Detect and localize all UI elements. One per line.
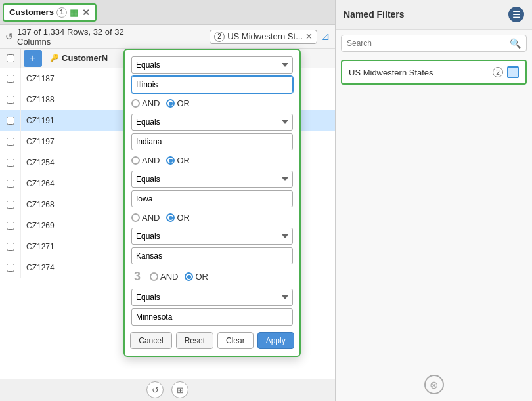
customers-tab-label: Customers xyxy=(9,7,54,17)
filter-chip-label: US Midwestern St... xyxy=(227,32,303,41)
row-info: 137 of 1,334 Rows, 32 of 32 Columns xyxy=(17,27,206,47)
filter-value-4[interactable] xyxy=(131,247,293,264)
filter-operator-5[interactable]: Equals Contains Not Equals xyxy=(131,289,293,306)
named-filter-label: US Midwestern States xyxy=(349,68,433,77)
logic-row-2: AND OR xyxy=(131,154,293,167)
step-number: 3 xyxy=(134,270,141,284)
search-bar: 🔍 xyxy=(341,35,527,52)
right-panel-header: Named Filters ☰ xyxy=(336,0,532,30)
filter-value-3[interactable] xyxy=(131,190,293,207)
header-checkbox[interactable] xyxy=(0,49,21,68)
or-radio-circle-1 xyxy=(166,99,175,108)
filter-popup: Equals Contains Not Equals AND OR Equals xyxy=(123,49,301,357)
left-panel: Customers 1 ▦ ✕ ↺ 137 of 1,334 Rows, 32 … xyxy=(0,0,335,401)
or-radio-1[interactable]: OR xyxy=(166,98,190,108)
clear-button[interactable]: Clear xyxy=(217,332,254,349)
filter-buttons: Cancel Reset Clear Apply xyxy=(131,332,293,349)
and-radio-circle-4 xyxy=(150,272,158,281)
filter-condition-2: Equals Contains Not Equals xyxy=(131,114,293,150)
or-radio-circle-4 xyxy=(185,272,193,281)
filter-condition-5: Equals Contains Not Equals xyxy=(131,289,293,326)
filter-operator-2[interactable]: Equals Contains Not Equals xyxy=(131,114,293,131)
logic-row-3: AND OR xyxy=(131,211,293,224)
and-radio-2[interactable]: AND xyxy=(131,156,160,165)
tab-close-icon[interactable]: ✕ xyxy=(82,7,90,18)
and-radio-circle-2 xyxy=(131,156,140,165)
select-all-checkbox[interactable] xyxy=(7,54,14,62)
cancel-button[interactable]: Cancel xyxy=(130,332,171,349)
and-radio-1[interactable]: AND xyxy=(131,98,160,108)
logic-row-4: 3 AND OR xyxy=(131,268,293,285)
filter-value-5[interactable] xyxy=(131,308,293,326)
tab-bar: Customers 1 ▦ ✕ xyxy=(0,0,335,25)
filter-value-2[interactable] xyxy=(131,133,293,150)
toolbar: ↺ 137 of 1,334 Rows, 32 of 32 Columns 2 … xyxy=(0,25,335,49)
tab-number: 1 xyxy=(56,7,67,18)
or-radio-2[interactable]: OR xyxy=(166,156,190,165)
and-radio-3[interactable]: AND xyxy=(131,213,160,222)
filter-value-1[interactable] xyxy=(131,76,293,93)
cancel-circle-icon[interactable]: ⊗ xyxy=(424,375,444,394)
filter-funnel-icon[interactable]: ⊿ xyxy=(321,30,330,43)
refresh-bottom-icon[interactable]: ↺ xyxy=(146,381,164,398)
or-radio-circle-3 xyxy=(166,213,175,222)
menu-icon[interactable]: ☰ xyxy=(508,7,524,22)
customer-number-header: 🔑 CustomerN xyxy=(45,53,113,63)
key-icon: 🔑 xyxy=(50,54,59,62)
named-filter-icon xyxy=(507,66,519,78)
and-radio-circle-1 xyxy=(131,99,140,108)
filter-condition-4: Equals Contains Not Equals xyxy=(131,228,293,264)
apply-button[interactable]: Apply xyxy=(257,332,294,349)
filter-chip[interactable]: 2 US Midwestern St... ✕ xyxy=(210,30,317,44)
reset-button[interactable]: Reset xyxy=(176,332,213,349)
search-input[interactable] xyxy=(347,39,507,48)
search-icon: 🔍 xyxy=(510,38,521,49)
grid-icon: ▦ xyxy=(70,7,78,18)
and-radio-circle-3 xyxy=(131,213,140,222)
named-filters-title: Named Filters xyxy=(344,9,405,20)
or-radio-4[interactable]: OR xyxy=(185,272,208,282)
named-filter-number: 2 xyxy=(493,67,503,77)
or-radio-circle-2 xyxy=(166,156,175,165)
add-column-button[interactable]: + xyxy=(24,50,42,67)
filter-chip-number: 2 xyxy=(214,32,225,42)
filter-chip-close-icon[interactable]: ✕ xyxy=(305,32,313,41)
right-panel: Named Filters ☰ 🔍 US Midwestern States 2… xyxy=(335,0,532,401)
filter-operator-1[interactable]: Equals Contains Not Equals xyxy=(131,56,293,74)
named-filter-item[interactable]: US Midwestern States 2 xyxy=(341,60,527,85)
logic-row-1: AND OR xyxy=(131,97,293,110)
filter-condition-3: Equals Contains Not Equals xyxy=(131,171,293,207)
customers-tab[interactable]: Customers 1 ▦ ✕ xyxy=(3,3,97,22)
filter-condition-1: Equals Contains Not Equals xyxy=(131,56,293,93)
and-radio-4[interactable]: AND xyxy=(150,272,178,282)
refresh-icon[interactable]: ↺ xyxy=(5,32,13,42)
filter-operator-4[interactable]: Equals Contains Not Equals xyxy=(131,228,293,245)
bottom-icons: ↺ ⊞ xyxy=(0,379,335,401)
grid-bottom-icon[interactable]: ⊞ xyxy=(171,381,188,398)
right-bottom: ⊗ xyxy=(336,87,532,401)
or-radio-3[interactable]: OR xyxy=(166,213,190,222)
filter-operator-3[interactable]: Equals Contains Not Equals xyxy=(131,171,293,188)
